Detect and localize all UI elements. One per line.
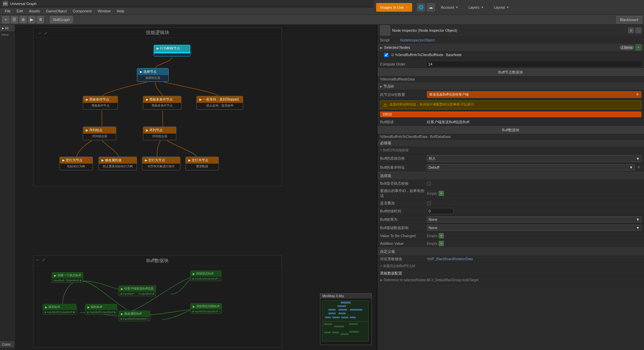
cloud-icon-btn[interactable]: ☁ — [427, 3, 435, 11]
node-action1[interactable]: ▶ 宏行为节点 初始化行为树 — [59, 157, 93, 170]
node-seq-right[interactable]: ▶ 序列节点 序列组合器 — [143, 127, 176, 140]
gnode-persistent-buff[interactable]: ▶ 持续状态Buff ◈ inputBuff outputBuff ○ — [190, 271, 221, 281]
tab-images-in-use[interactable]: Images In Use ▼ — [376, 3, 412, 12]
node-inspector-actions[interactable]: ⚙ ⋮ — [628, 27, 641, 33]
send-dropdown[interactable]: 发送流血Buff信息给客户端 ▼ — [427, 91, 641, 98]
node-inspector-thumb — [380, 25, 390, 35]
node-selector[interactable]: ▶ 选择节点 选择组合器 — [137, 68, 169, 82]
sync-buff-row[interactable]: > 将要同步的Buff节点Id — [377, 263, 644, 270]
selected-nodes-title: ▶ Selected Nodes — [380, 45, 410, 49]
node-wait[interactable]: ▶ 一直等待，直到Stopped 阻止起泡，提高效率 — [196, 96, 243, 110]
tab-layers[interactable]: Layers ▼ — [465, 3, 488, 12]
selected-nodes-label: Selected Nodes — [384, 45, 410, 49]
buff-duration-input[interactable] — [427, 208, 454, 214]
minimap[interactable]: MiniMap 0.66x — [320, 293, 372, 345]
gnode-send-buff[interactable]: ▶ 往客户端发送Buff信息 ◈ InputBuff OutputBuff ◈ — [119, 286, 156, 296]
gnode-modify-attr[interactable]: ▶ 修改属性Buff ◈ InputBuff OutputBuff ○ — [119, 311, 150, 321]
buff-panel-controls[interactable]: ─ ⤢ — [35, 257, 46, 262]
buff-expand-btn[interactable]: ⤢ — [41, 257, 46, 262]
blackboard-config-expand-row[interactable]: ▶ Reference to selectedNodes.$0.#_Defaul… — [377, 277, 644, 283]
menu-edit[interactable]: Edit — [14, 8, 26, 14]
buff-attr-change-dropdown[interactable]: None ▼ — [427, 225, 641, 231]
blackboard-btn[interactable]: Blackboard — [616, 16, 642, 23]
graph-area[interactable]: ─ ⤢ 技能逻辑块 — [15, 25, 377, 350]
buff-status-check-box[interactable] — [427, 182, 431, 186]
buff-tech-tag-row[interactable]: > Buff日常技能标签 — [377, 147, 644, 154]
menu-help[interactable]: Help — [114, 8, 127, 14]
buff-graph-canvas[interactable]: ▶ 创建一个状态Buff InputBuff OutputBuff ◈ ▶ 往客… — [33, 266, 282, 347]
value-change-add-btn[interactable]: + — [439, 233, 444, 238]
skill-graph-canvas[interactable]: ▶ 行为树根节点 ▶ 选择节点 选择组合器 ▶ 黑板条件节点 — [33, 38, 282, 185]
graph-panel-controls[interactable]: ─ ⤢ — [35, 29, 50, 37]
tab-account[interactable]: Account ▼ — [437, 3, 463, 12]
node-action4[interactable]: ▶ 宏行为节点 重置数据 — [185, 157, 219, 170]
node-count-input[interactable]: 10010 — [380, 112, 641, 117]
toolbar-add-btn[interactable]: + — [2, 16, 9, 23]
toolbar-move-tool[interactable]: ⊕ — [19, 16, 27, 23]
planet-icon-btn[interactable]: 🌐 — [417, 3, 425, 11]
buff-effect-dropdown[interactable]: None ▼ — [427, 216, 641, 222]
toolbar-pause-btn[interactable]: ⏸ — [37, 16, 44, 23]
node-inspector-row: Node Inspector (Node Inspector Object) ⚙… — [377, 24, 644, 37]
script-label: Script — [380, 38, 400, 42]
buff-effect-value: None — [429, 217, 437, 221]
gnode-create-buff[interactable]: ▶ 创建一个状态Buff InputBuff OutputBuff ◈ — [52, 272, 83, 283]
expand-icon: ▶ — [380, 278, 384, 282]
tab-layout-label: Layout — [494, 5, 505, 9]
script-row: Script NodeInspectorObject — [377, 37, 644, 43]
node-checkbox[interactable] — [384, 53, 388, 57]
optional-section: 选填项 — [377, 172, 644, 180]
add-node-btn[interactable]: + — [635, 44, 641, 50]
graph-minimize-btn[interactable]: ─ — [37, 31, 42, 36]
menu-file[interactable]: File — [2, 8, 13, 14]
node-id-field-row: 此节点id在数量 发送流血Buff信息给客户端 ▼ — [377, 90, 644, 99]
node-bb-multi-cond[interactable]: ▶ 黑板多条件节点 黑板多条件节点 — [143, 96, 181, 110]
skill-graph-tab[interactable]: SkillGraph — [50, 16, 73, 23]
cons-label: Cons — [2, 342, 11, 346]
is-overlay-checkbox[interactable] — [427, 201, 431, 205]
toolbar-play-btn[interactable]: ▶ — [28, 16, 35, 23]
node-path-item: ☑ %SendBuffInfoToClientBuffNode : BaseNo… — [377, 52, 644, 58]
node-inspector-more[interactable]: ⋮ — [635, 27, 641, 33]
addition-value-empty: Empty — [427, 241, 437, 245]
addition-value-add-btn[interactable]: + — [439, 241, 444, 246]
graph-expand-btn[interactable]: ⤢ — [43, 31, 48, 36]
buff-data-path: %SendBuffInfoToClientBuffData : BuffData… — [377, 134, 644, 140]
menu-gameobject[interactable]: GameObject — [43, 8, 69, 14]
compute-order-row: Compute Order 14 — [377, 60, 644, 68]
buff-add-target-value: 别人 — [429, 156, 436, 161]
selected-nodes-actions[interactable]: 1 Items + — [620, 44, 641, 50]
gnode-clear-buff[interactable]: ▶ 清除绑定到期Buff ◈ inputBuff outputBuff ○ — [190, 303, 222, 314]
buff-basic-dropdown[interactable]: Debuff ▼ — [427, 164, 635, 170]
gnode-fuchu2[interactable]: ▶ 赋初Buff ◈ InputBuff OutputBuff ◈ — [85, 304, 117, 315]
hierarchy-content: Hiera — [0, 32, 14, 38]
inspector-scroll-content[interactable]: Compute Order 14 Buff节点数据块 %NormalBuffNo… — [377, 58, 644, 350]
node-action3[interactable]: ▶ 宏行为节点 对所有对象进行操作 — [142, 157, 180, 170]
addition-value-row: Addition Value Empty + — [377, 240, 644, 247]
script-value: NodeInspectorObject — [400, 38, 435, 42]
buff-minimize-btn[interactable]: ─ — [35, 257, 40, 262]
minimap-title: MiniMap 0.66x — [320, 294, 371, 299]
buff-duration-row: Buff持续时间 — [377, 207, 644, 215]
hierarchy-sidebar: ▶ Hi Hiera Cons Clear ▼ — [0, 25, 15, 350]
menu-component[interactable]: Component — [70, 8, 94, 14]
gnode-fuchu1[interactable]: ▶ 赋初Buff ◈ InputBuff1 OutputBuff ◈ — [43, 304, 76, 315]
buff-add-target-dropdown[interactable]: 别人 ▼ — [427, 155, 641, 162]
toolbar-right: Blackboard — [616, 16, 642, 23]
node-seq-left[interactable]: ▶ 序列组点 序列组合器 — [83, 127, 116, 140]
buff-panel-title-bar: ─ ⤢ Buff数据块 — [33, 256, 282, 266]
event-id-add-btn[interactable]: + — [439, 191, 444, 196]
skill-panel-title: 技能逻辑块 — [146, 30, 169, 36]
node-bb-cond[interactable]: ▶ 黑板条件节点 黑板条件节点 — [83, 96, 118, 110]
menu-window[interactable]: Window — [95, 8, 113, 14]
buff-basic-clear-btn[interactable]: ✕ — [636, 165, 641, 170]
menu-assets[interactable]: Assets — [26, 8, 43, 14]
node-root[interactable]: ▶ 行为树根节点 — [154, 45, 190, 56]
tab-layout[interactable]: Layout ▼ — [490, 3, 513, 12]
node-action2[interactable]: ▶ 修改属性值 防止重复初始化行为树 — [99, 157, 137, 170]
tab-layers-arrow: ▼ — [481, 6, 484, 9]
minimap-canvas[interactable] — [320, 299, 371, 343]
toolbar-hand-tool[interactable]: ☰ — [11, 16, 18, 23]
selected-nodes-header: ▶ Selected Nodes 1 Items + — [377, 43, 644, 52]
node-inspector-gear[interactable]: ⚙ — [628, 27, 634, 33]
